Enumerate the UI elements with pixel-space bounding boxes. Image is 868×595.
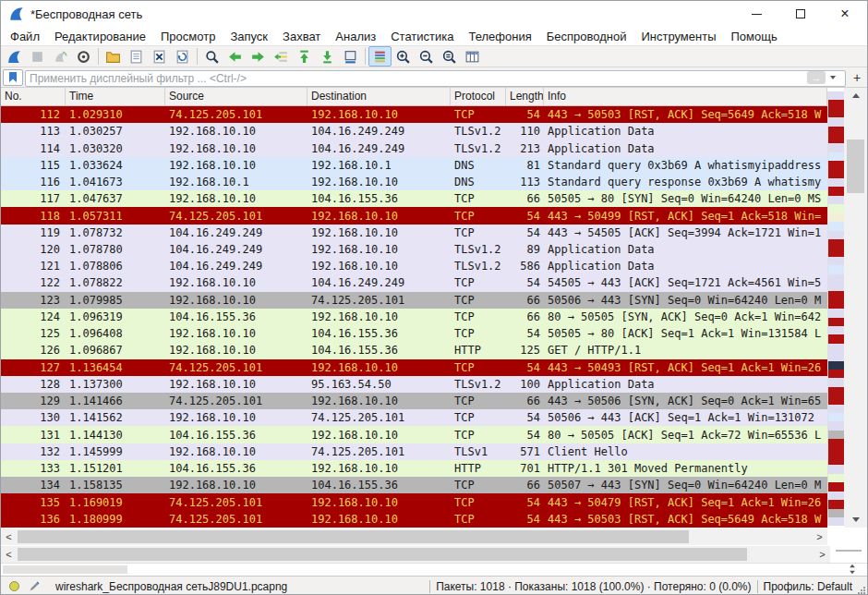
maximize-button[interactable] [778,1,823,27]
scroll-right-button[interactable]: > [812,528,827,545]
cell-src: 192.168.10.10 [165,159,307,172]
column-header-info[interactable]: Info [544,88,827,105]
vertical-scroll-thumb[interactable] [847,140,864,193]
auto-scroll-icon[interactable] [339,46,362,67]
packet-row-116[interactable]: 1161.041673192.168.10.1192.168.10.10DNS1… [1,174,827,190]
cell-time: 1.144130 [66,429,165,442]
packet-row-117[interactable]: 1171.047637192.168.10.10104.16.155.36TCP… [1,190,827,207]
packet-row-115[interactable]: 1151.033624192.168.10.10192.168.10.1DNS8… [1,157,827,174]
cell-len: 54 [506,513,544,526]
cell-no: 122 [1,276,66,289]
reload-file-icon[interactable] [171,46,194,67]
resize-grip[interactable] [856,585,865,594]
zoom-in-icon[interactable] [392,46,415,67]
filter-dropdown-button[interactable] [827,71,838,84]
menu-статистика[interactable]: Статистика [383,29,461,44]
column-header-no[interactable]: No. [1,88,66,105]
packet-row-129[interactable]: 1291.14146674.125.205.101192.168.10.10TC… [1,393,827,409]
scroll-up-button[interactable] [844,88,867,103]
packet-row-123[interactable]: 1231.079985192.168.10.1074.125.205.101TC… [1,292,827,309]
detail-pane-hscrollbar[interactable]: < > [1,546,830,563]
menu-телефония[interactable]: Телефония [461,29,538,44]
capture-comment-icon[interactable] [28,580,41,593]
minimize-button[interactable] [734,1,778,27]
filter-apply-button[interactable]: → [807,71,826,84]
go-first-icon[interactable] [293,46,316,67]
menu-анализ[interactable]: Анализ [328,29,383,44]
scroll-down-button[interactable] [844,512,867,528]
packet-row-112[interactable]: 1121.02931074.125.205.101192.168.10.10TC… [1,106,827,123]
packet-row-120[interactable]: 1201.078780104.16.249.249192.168.10.10TL… [1,241,827,258]
filter-add-button[interactable]: + [849,69,865,86]
menu-запуск[interactable]: Запуск [223,29,275,44]
go-back-icon[interactable] [223,46,247,67]
zoom-out-icon[interactable] [415,46,438,67]
minimap-stripe [828,378,844,386]
find-packet-icon[interactable] [200,46,223,67]
column-header-time[interactable]: Time [66,88,165,105]
packet-list-hscrollbar[interactable]: < > [1,528,827,545]
packet-row-136[interactable]: 1361.18099974.125.205.101192.168.10.10TC… [1,511,827,528]
go-last-icon[interactable] [316,46,339,67]
minimap-stripe [828,326,844,334]
vertical-scrollbar[interactable] [844,88,867,528]
packet-row-134[interactable]: 1341.158135192.168.10.10104.16.155.36TCP… [1,477,827,493]
filter-bookmark-button[interactable] [3,69,23,86]
go-to-packet-icon[interactable] [270,46,293,67]
cell-proto: DNS [451,159,506,172]
resize-columns-icon[interactable] [461,46,484,67]
column-header-source[interactable]: Source [165,88,307,105]
colorize-icon[interactable] [368,46,392,67]
go-forward-icon[interactable] [247,46,270,67]
scroll-right-button[interactable]: > [814,546,830,563]
packet-row-127[interactable]: 1271.13645474.125.205.101192.168.10.10TC… [1,359,827,376]
cell-proto: TCP [451,108,506,121]
display-filter-input[interactable] [25,70,846,87]
menu-просмотр[interactable]: Просмотр [153,29,223,44]
profile-label[interactable]: Профиль: Default [764,580,853,593]
packet-row-133[interactable]: 1331.151201104.16.155.36192.168.10.10HTT… [1,460,827,477]
menu-помощь[interactable]: Помощь [724,29,785,44]
close-button[interactable]: × [823,1,867,27]
expert-info-icon[interactable] [9,581,19,591]
packet-row-122[interactable]: 1221.078822192.168.10.10104.16.249.249TC… [1,274,827,291]
column-header-destination[interactable]: Destination [307,88,451,105]
hscroll-thumb[interactable] [18,530,689,543]
column-header-protocol[interactable]: Protocol [451,88,506,105]
packet-row-128[interactable]: 1281.137300192.168.10.1095.163.54.50TLSv… [1,376,827,393]
packet-row-135[interactable]: 1351.16901974.125.205.101192.168.10.10TC… [1,493,827,510]
save-file-icon[interactable] [125,46,148,67]
packet-row-118[interactable]: 1181.05731174.125.205.101192.168.10.10TC… [1,207,827,224]
packet-row-132[interactable]: 1321.145999192.168.10.1074.125.205.101TL… [1,443,827,460]
column-header-length[interactable]: Length [506,88,544,105]
hscroll-thumb[interactable] [18,548,747,561]
menu-беспроводной[interactable]: Беспроводной [539,29,634,44]
packet-row-121[interactable]: 1211.078806104.16.249.249192.168.10.10TL… [1,258,827,274]
packet-minimap[interactable] [827,91,844,526]
packet-row-130[interactable]: 1301.141562192.168.10.1074.125.205.101TC… [1,409,827,426]
packet-row-131[interactable]: 1311.144130104.16.155.36192.168.10.10TCP… [1,426,827,443]
menu-захват[interactable]: Захват [275,29,328,44]
pane-spinner[interactable] [849,564,856,575]
zoom-reset-icon[interactable] [438,46,461,67]
scroll-left-button[interactable]: < [1,528,17,545]
menu-редактирование[interactable]: Редактирование [47,29,153,44]
open-file-icon[interactable] [102,46,125,67]
packet-row-124[interactable]: 1241.096319104.16.155.36192.168.10.10TCP… [1,309,827,325]
packet-row-119[interactable]: 1191.078732104.16.249.249192.168.10.10TC… [1,225,827,241]
start-capture-icon[interactable] [3,46,26,67]
scroll-left-button[interactable]: < [1,546,17,563]
minimap-stripe [828,248,844,256]
cell-src: 104.16.249.249 [165,260,307,273]
cell-dst: 192.168.10.10 [307,513,451,526]
menu-файл[interactable]: Файл [3,29,47,44]
close-file-icon[interactable] [148,46,171,67]
capture-options-icon[interactable] [72,46,95,67]
packet-row-125[interactable]: 1251.096408192.168.10.10104.16.155.36TCP… [1,325,827,342]
packet-row-113[interactable]: 1131.030257192.168.10.10104.16.249.249TL… [1,123,827,140]
packet-row-126[interactable]: 1261.096867192.168.10.10104.16.155.36HTT… [1,342,827,358]
menu-bar: ФайлРедактированиеПросмотрЗапускЗахватАн… [1,27,867,45]
menu-инструменты[interactable]: Инструменты [633,29,723,44]
packet-row-114[interactable]: 1141.030320192.168.10.10104.16.249.249TL… [1,140,827,156]
pane-splitter-handle[interactable] [836,550,862,552]
